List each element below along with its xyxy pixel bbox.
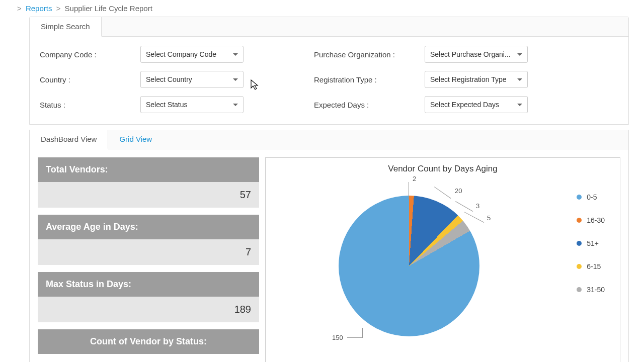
caret-down-icon (233, 104, 238, 106)
dropdown-expected-days[interactable]: Select Expected Days (425, 96, 528, 113)
pie-graphic (339, 196, 479, 336)
legend-item-51plus: 51+ (577, 239, 605, 247)
label-country: Country : (40, 75, 130, 84)
caret-down-icon (233, 78, 238, 81)
card-max-status-value: 189 (38, 297, 259, 322)
filter-registration-type: Registration Type : Select Registration … (314, 71, 528, 88)
legend-label: 16-30 (587, 216, 605, 224)
view-panel: DashBoard View Grid View Total Vendors: … (29, 130, 629, 362)
chevron-right-icon: > (17, 4, 22, 13)
legend-dot (577, 287, 582, 292)
pie-chart (339, 196, 479, 336)
legend-label: 0-5 (587, 193, 597, 201)
dropdown-value: Select Purchase Organi... (430, 50, 511, 58)
chart-title: Vendor Count by Days Aging (270, 164, 616, 174)
dropdown-value: Select Registration Type (430, 75, 507, 83)
callout-5: 5 (487, 214, 491, 222)
chart-vendor-aging: Vendor Count by Days Aging 2 20 3 5 (265, 157, 620, 362)
callout-20: 20 (455, 187, 462, 195)
filter-column-right: Purchase Organization : Select Purchase … (314, 46, 528, 113)
search-panel: Simple Search Company Code : Select Comp… (29, 17, 629, 125)
label-expected-days: Expected Days : (314, 101, 415, 109)
filter-status: Status : Select Status (40, 96, 244, 113)
legend-label: 6-15 (587, 262, 601, 270)
legend-dot (577, 195, 582, 200)
card-count-by-status-label: Count of Vendor by Status: (38, 329, 259, 354)
card-total-vendors-label: Total Vendors: (38, 157, 259, 182)
tab-grid-view[interactable]: Grid View (108, 130, 163, 149)
legend-dot (577, 264, 582, 269)
callout-150: 150 (332, 334, 343, 341)
dropdown-company-code[interactable]: Select Company Code (140, 46, 244, 63)
dropdown-purchase-org[interactable]: Select Purchase Organi... (425, 46, 528, 63)
legend-dot (577, 218, 582, 223)
filter-company-code: Company Code : Select Company Code (40, 46, 244, 63)
filters: Company Code : Select Company Code Count… (30, 37, 628, 124)
dropdown-value: Select Expected Days (430, 101, 499, 109)
legend-item-6-15: 6-15 (577, 262, 605, 270)
legend-label: 51+ (587, 239, 599, 247)
filter-expected-days: Expected Days : Select Expected Days (314, 96, 528, 113)
dropdown-value: Select Company Code (146, 50, 216, 58)
search-tabs: Simple Search (30, 17, 628, 37)
caret-down-icon (233, 53, 238, 56)
caret-down-icon (517, 53, 522, 56)
tab-dashboard-view[interactable]: DashBoard View (30, 130, 108, 149)
breadcrumb-reports-link[interactable]: Reports (26, 4, 52, 13)
summary-cards: Total Vendors: 57 Average Age in Days: 7… (38, 157, 259, 362)
callout-2: 2 (413, 175, 416, 183)
card-max-status-label: Max Status in Days: (38, 272, 259, 297)
label-status: Status : (40, 101, 130, 109)
filter-purchase-org: Purchase Organization : Select Purchase … (314, 46, 528, 63)
legend-dot (577, 241, 582, 246)
breadcrumb-current: Supplier Life Cycle Report (65, 4, 152, 13)
legend-item-16-30: 16-30 (577, 216, 605, 224)
label-company-code: Company Code : (40, 50, 130, 59)
card-avg-age-value: 7 (38, 239, 259, 265)
dashboard-body: Total Vendors: 57 Average Age in Days: 7… (30, 149, 628, 362)
dropdown-status[interactable]: Select Status (140, 96, 244, 113)
card-total-vendors-value: 57 (38, 182, 259, 208)
label-registration-type: Registration Type : (314, 75, 415, 84)
caret-down-icon (517, 78, 522, 81)
legend-label: 31-50 (587, 286, 605, 294)
callout-3: 3 (476, 202, 479, 210)
dropdown-country[interactable]: Select Country (140, 71, 244, 88)
view-tabs: DashBoard View Grid View (30, 130, 628, 149)
chart-legend: 0-5 16-30 51+ 6-15 31-50 (577, 193, 605, 294)
card-avg-age-label: Average Age in Days: (38, 215, 259, 239)
label-purchase-org: Purchase Organization : (314, 50, 415, 59)
filter-column-left: Company Code : Select Company Code Count… (40, 46, 244, 113)
legend-item-31-50: 31-50 (577, 286, 605, 294)
dropdown-value: Select Status (146, 101, 188, 109)
dropdown-value: Select Country (146, 75, 192, 83)
legend-item-0-5: 0-5 (577, 193, 605, 201)
caret-down-icon (517, 104, 522, 106)
chevron-right-icon: > (56, 4, 61, 13)
breadcrumb: > Reports > Supplier Life Cycle Report (0, 0, 644, 17)
filter-country: Country : Select Country (40, 71, 244, 88)
tab-simple-search[interactable]: Simple Search (30, 17, 102, 37)
dropdown-registration-type[interactable]: Select Registration Type (425, 71, 528, 88)
